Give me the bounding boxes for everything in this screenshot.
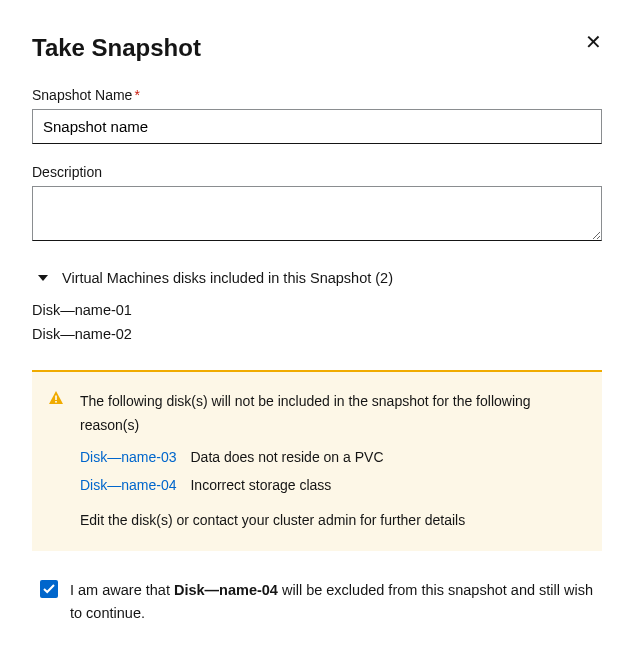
snapshot-name-group: Snapshot Name* (32, 87, 602, 144)
excluded-disk-link[interactable]: Disk—name-04 (80, 474, 176, 498)
disks-toggle-label: Virtual Machines disks included in this … (62, 270, 393, 286)
consent-bold: Disk—name-04 (174, 582, 278, 598)
svg-rect-0 (55, 396, 57, 401)
table-row: Disk—name-03 Data does not reside on a P… (80, 444, 586, 472)
svg-rect-1 (55, 401, 57, 403)
check-icon (43, 584, 55, 594)
excluded-disk-reason: Incorrect storage class (190, 474, 331, 498)
warning-icon (48, 390, 64, 409)
snapshot-name-input[interactable] (32, 109, 602, 144)
take-snapshot-modal: Take Snapshot ✕ Snapshot Name* Descripti… (0, 0, 634, 656)
description-group: Description (32, 164, 602, 244)
modal-title: Take Snapshot (32, 32, 201, 63)
warning-header: The following disk(s) will not be includ… (80, 390, 586, 438)
chevron-down-icon (38, 275, 48, 281)
excluded-disks-table: Disk—name-03 Data does not reside on a P… (80, 444, 586, 500)
modal-header: Take Snapshot ✕ (32, 32, 602, 63)
close-icon: ✕ (585, 31, 602, 53)
excluded-disk-link[interactable]: Disk—name-03 (80, 446, 176, 470)
warning-footer: Edit the disk(s) or contact your cluster… (80, 509, 586, 533)
list-item: Disk—name-01 (32, 298, 602, 322)
consent-prefix: I am aware that (70, 582, 174, 598)
disks-expandable: Virtual Machines disks included in this … (32, 264, 602, 292)
snapshot-name-label-text: Snapshot Name (32, 87, 132, 103)
description-label: Description (32, 164, 602, 180)
required-indicator: * (134, 87, 139, 103)
consent-group: I am aware that Disk—name-04 will be exc… (40, 579, 602, 625)
excluded-disk-reason: Data does not reside on a PVC (190, 446, 383, 470)
table-row: Disk—name-04 Incorrect storage class (80, 472, 586, 500)
consent-label[interactable]: I am aware that Disk—name-04 will be exc… (70, 579, 602, 625)
warning-body: The following disk(s) will not be includ… (80, 390, 586, 533)
included-disks-list: Disk—name-01 Disk—name-02 (32, 298, 602, 346)
consent-checkbox[interactable] (40, 580, 58, 598)
description-textarea[interactable] (32, 186, 602, 241)
snapshot-name-label: Snapshot Name* (32, 87, 602, 103)
list-item: Disk—name-02 (32, 322, 602, 346)
warning-alert: The following disk(s) will not be includ… (32, 370, 602, 551)
close-button[interactable]: ✕ (585, 32, 602, 52)
disks-toggle-button[interactable]: Virtual Machines disks included in this … (32, 264, 393, 292)
